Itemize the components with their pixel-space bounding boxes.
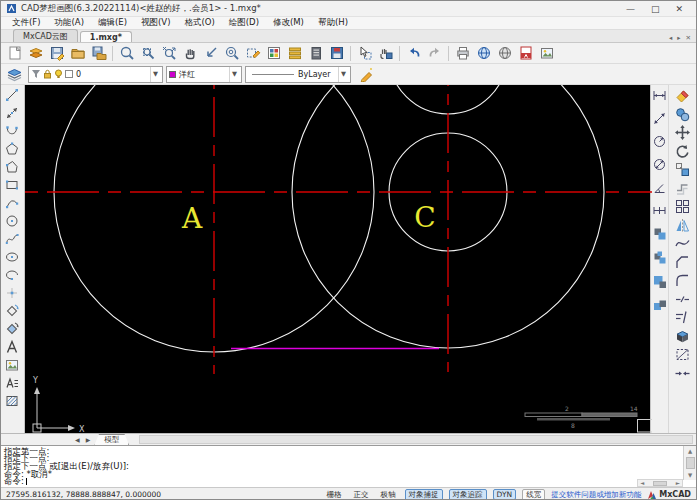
tab-close-icon[interactable]: ✕ [686,34,691,42]
rectangle-tool-button[interactable] [4,177,20,193]
ellipse-tool-button[interactable] [4,249,20,265]
document-button[interactable] [305,44,326,63]
scroll-right-icon[interactable]: ► [676,479,680,487]
block-create-tool-button[interactable] [4,303,20,319]
zoom-previous-button[interactable] [200,44,221,63]
annotate-button[interactable] [242,44,263,63]
scroll-up-icon[interactable]: ▲ [688,447,692,455]
toggle-osnap[interactable]: 对象捕捉 [405,489,443,500]
line-tool-button[interactable] [4,87,20,103]
web-publish-button[interactable] [473,44,494,63]
join-button[interactable] [674,365,691,382]
feedback-link[interactable]: 提交软件问题或增加新功能 [551,490,641,500]
export-pdf-button[interactable] [515,44,536,63]
display-save-button[interactable] [326,44,347,63]
chamfer-button[interactable] [674,254,691,271]
copy-squares-4-button[interactable] [652,298,668,314]
zoom-dynamic-button[interactable] [158,44,179,63]
menu-help[interactable]: 帮助(H) [311,17,355,29]
open-folder-button[interactable] [67,44,88,63]
save-as-button[interactable] [88,44,109,63]
canvas-horizontal-scrollbar[interactable] [139,435,693,444]
menu-file[interactable]: 文件(F) [5,17,48,29]
tab-drawing-1mxg[interactable]: 1.mxg* [80,31,132,42]
toggle-dyn[interactable]: DYN [493,489,517,500]
command-window[interactable]: 指定第一点: 指定下一点: 指定下一点 或[退出(E)/放弃(U)]: 命令: … [1,445,696,487]
open-cloud-button[interactable] [25,44,46,63]
copy-button[interactable] [674,106,691,123]
command-vertical-scrollbar[interactable]: ▲ ▼ [683,446,696,480]
explode-button[interactable] [674,328,691,345]
linetype-dropdown-arrow-icon[interactable]: ▼ [338,67,348,82]
dim-angular-button[interactable] [652,180,667,195]
offset-button[interactable] [674,180,691,197]
extend-button[interactable] [674,309,691,326]
tab-scroll-left-icon[interactable]: ◂ [669,34,672,42]
dim-diameter-button[interactable] [652,157,667,172]
layout-prev-icon[interactable]: ◀ [73,436,82,443]
fillet-button[interactable] [674,272,691,289]
draw-style-button[interactable] [355,65,376,84]
zoom-extents-button[interactable] [116,44,137,63]
drawing-canvas[interactable]: A C Y X 2 14 8 [25,85,650,433]
close-button[interactable]: ✕ [675,4,683,14]
zoom-object-button[interactable] [221,44,242,63]
print-button[interactable] [452,44,473,63]
point-tool-button[interactable] [4,285,20,301]
copy-squares-3-button[interactable] [652,274,668,290]
layers-button[interactable] [4,65,25,84]
hatch-tool-button[interactable] [4,393,20,409]
layer-dropdown-arrow-icon[interactable]: ▼ [150,67,160,82]
arc-tool-button[interactable] [4,195,20,211]
linetype-select[interactable]: ByLayer ▼ [245,66,351,83]
dim-linear-button[interactable] [652,88,667,103]
move-button[interactable] [674,124,691,141]
array-button[interactable] [674,198,691,215]
spline-fit-button[interactable] [674,235,691,252]
circle-tool-button[interactable] [4,213,20,229]
color-select[interactable]: 洋红 ▼ [166,66,242,83]
toggle-grid[interactable]: 栅格 [324,490,345,500]
toggle-lineweight[interactable]: 线宽 [522,489,545,500]
zoom-window-button[interactable] [137,44,158,63]
toggle-otrack[interactable]: 对象追踪 [449,489,487,500]
menu-edit[interactable]: 编辑(E) [91,17,134,29]
web-browse-button[interactable] [494,44,515,63]
layout-next-icon[interactable]: ▶ [84,436,93,443]
scroll-down-icon[interactable]: ▼ [688,471,692,479]
polygon-edit-tool-button[interactable] [4,159,20,175]
tab-scroll-right-icon[interactable]: ▸ [677,34,680,42]
maximize-button[interactable]: □ [651,4,660,14]
text-styles-button[interactable] [284,44,305,63]
scrollbar-thumb[interactable] [653,481,667,486]
tab-mxcad-cloud[interactable]: MxCAD云图 [13,29,78,42]
minimize-button[interactable]: — [626,4,635,14]
new-file-button[interactable] [4,44,25,63]
rotate-button[interactable] [674,143,691,160]
toggle-ortho[interactable]: 正交 [351,490,372,500]
mtext-tool-button[interactable] [4,375,20,391]
palette-button[interactable] [263,44,284,63]
menu-modify[interactable]: 修改(M) [266,17,311,29]
scroll-left-icon[interactable]: ◄ [640,479,644,487]
scrollbar-thumb[interactable] [686,457,695,469]
dim-radius-button[interactable] [652,134,667,149]
break-button[interactable] [674,291,691,308]
polyline-tool-button[interactable] [4,123,20,139]
polygon-tool-button[interactable] [4,141,20,157]
dim-aligned-button[interactable] [652,111,667,126]
construction-line-tool-button[interactable] [4,105,20,121]
toggle-polar[interactable]: 极轴 [378,490,399,500]
block-insert-tool-button[interactable] [4,321,20,337]
spline-tool-button[interactable] [4,231,20,247]
boundary-button[interactable] [674,346,691,363]
text-tool-button[interactable] [4,339,20,355]
save-button[interactable] [46,44,67,63]
copy-squares-1-button[interactable] [652,226,668,242]
tab-model[interactable]: 模型 [94,434,129,446]
export-image-button[interactable] [536,44,557,63]
copy-squares-2-button[interactable] [652,250,668,266]
menu-view[interactable]: 视图(V) [134,17,177,29]
layer-select[interactable]: 0 ▼ [28,66,163,83]
color-dropdown-arrow-icon[interactable]: ▼ [229,67,239,82]
